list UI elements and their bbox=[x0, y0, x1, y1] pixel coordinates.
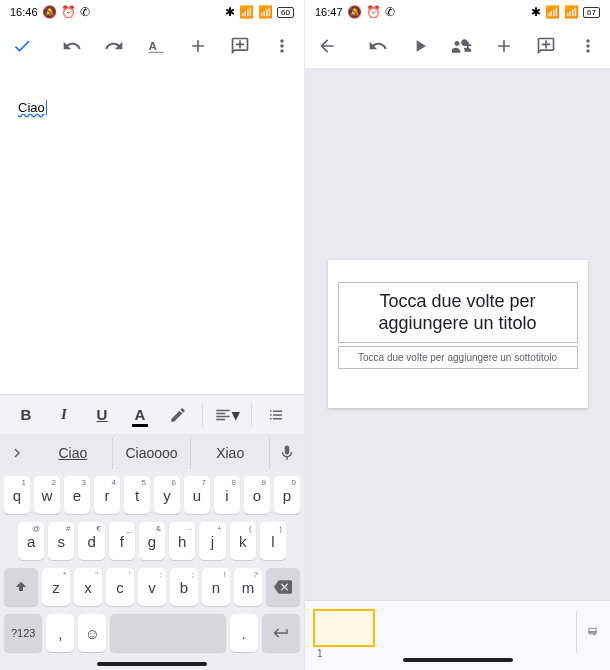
symbols-key[interactable]: ?123 bbox=[4, 614, 42, 652]
key-b[interactable]: b; bbox=[170, 568, 198, 606]
status-bar: 16:47 🔕 ⏰ ✆ ✱ 📶 📶 67 bbox=[305, 0, 610, 24]
document-canvas[interactable]: Ciao bbox=[0, 68, 304, 394]
svg-text:A: A bbox=[149, 39, 158, 52]
divider bbox=[251, 403, 252, 427]
bold-button[interactable]: B bbox=[8, 399, 44, 431]
document-text[interactable]: Ciao bbox=[18, 100, 45, 115]
key-k[interactable]: k( bbox=[230, 522, 256, 560]
redo-button[interactable] bbox=[104, 36, 124, 56]
key-i[interactable]: i8 bbox=[214, 476, 240, 514]
more-button[interactable] bbox=[272, 36, 292, 56]
key-p[interactable]: p0 bbox=[274, 476, 300, 514]
backspace-key[interactable] bbox=[266, 568, 300, 606]
slide-canvas[interactable]: Tocca due volte per aggiungere un titolo… bbox=[305, 68, 610, 600]
suggestion-1[interactable]: Ciao bbox=[34, 437, 113, 469]
whatsapp-icon: ✆ bbox=[80, 5, 90, 19]
undo-button[interactable] bbox=[62, 36, 82, 56]
key-z[interactable]: z* bbox=[42, 568, 70, 606]
key-y[interactable]: y6 bbox=[154, 476, 180, 514]
docs-toolbar: A bbox=[0, 24, 304, 68]
key-v[interactable]: v: bbox=[138, 568, 166, 606]
battery-indicator: 60 bbox=[277, 7, 294, 18]
wifi-icon: 📶 bbox=[564, 5, 579, 19]
subtitle-placeholder[interactable]: Tocca due volte per aggiungere un sottot… bbox=[338, 346, 578, 369]
alarm-icon: ⏰ bbox=[61, 5, 76, 19]
underline-button[interactable]: U bbox=[84, 399, 120, 431]
back-button[interactable] bbox=[317, 36, 337, 56]
status-bar: 16:46 🔕 ⏰ ✆ ✱ 📶 📶 60 bbox=[0, 0, 304, 24]
whatsapp-icon: ✆ bbox=[385, 5, 395, 19]
key-h[interactable]: h- bbox=[169, 522, 195, 560]
dnd-icon: 🔕 bbox=[347, 5, 362, 19]
dnd-icon: 🔕 bbox=[42, 5, 57, 19]
text-cursor bbox=[46, 100, 47, 115]
comma-key[interactable]: , bbox=[46, 614, 74, 652]
key-m[interactable]: m? bbox=[234, 568, 262, 606]
slides-toolbar bbox=[305, 24, 610, 68]
key-j[interactable]: j+ bbox=[199, 522, 225, 560]
italic-button[interactable]: I bbox=[46, 399, 82, 431]
key-q[interactable]: q1 bbox=[4, 476, 30, 514]
period-key[interactable]: . bbox=[230, 614, 258, 652]
space-key[interactable] bbox=[110, 614, 225, 652]
thumbnail-strip: 1 bbox=[305, 600, 610, 670]
key-s[interactable]: s# bbox=[48, 522, 74, 560]
more-button[interactable] bbox=[578, 36, 598, 56]
docs-screen: 16:46 🔕 ⏰ ✆ ✱ 📶 📶 60 A Ciao B I U bbox=[0, 0, 305, 670]
enter-key[interactable] bbox=[262, 614, 300, 652]
key-r[interactable]: r4 bbox=[94, 476, 120, 514]
key-c[interactable]: c' bbox=[106, 568, 134, 606]
align-button[interactable]: ▾ bbox=[209, 399, 245, 431]
add-slide-button[interactable] bbox=[576, 611, 598, 653]
key-l[interactable]: l) bbox=[260, 522, 286, 560]
bluetooth-icon: ✱ bbox=[531, 5, 541, 19]
slide-thumbnail[interactable]: 1 bbox=[313, 609, 375, 647]
key-g[interactable]: g& bbox=[139, 522, 165, 560]
thumbnail-number: 1 bbox=[317, 648, 323, 659]
signal-icon: 📶 bbox=[545, 5, 560, 19]
battery-indicator: 67 bbox=[583, 7, 600, 18]
key-u[interactable]: u7 bbox=[184, 476, 210, 514]
key-a[interactable]: a@ bbox=[18, 522, 44, 560]
home-indicator[interactable] bbox=[97, 662, 207, 666]
key-w[interactable]: w2 bbox=[34, 476, 60, 514]
emoji-key[interactable]: ☺ bbox=[78, 614, 106, 652]
title-placeholder[interactable]: Tocca due volte per aggiungere un titolo bbox=[338, 282, 578, 343]
status-time: 16:47 bbox=[315, 6, 343, 18]
keyboard: q1w2e3r4t5y6u7i8o9p0 a@s#d€f_g&h-j+k(l) … bbox=[0, 472, 304, 670]
bluetooth-icon: ✱ bbox=[225, 5, 235, 19]
wifi-icon: 📶 bbox=[258, 5, 273, 19]
key-d[interactable]: d€ bbox=[78, 522, 104, 560]
suggestion-2[interactable]: Ciaoooo bbox=[113, 437, 192, 469]
format-button[interactable]: A bbox=[146, 36, 166, 56]
alarm-icon: ⏰ bbox=[366, 5, 381, 19]
undo-button[interactable] bbox=[368, 36, 388, 56]
insert-button[interactable] bbox=[494, 36, 514, 56]
list-button[interactable] bbox=[258, 399, 294, 431]
format-toolbar: B I U A ▾ bbox=[0, 394, 304, 434]
text-color-button[interactable]: A bbox=[122, 399, 158, 431]
comment-button[interactable] bbox=[536, 36, 556, 56]
key-o[interactable]: o9 bbox=[244, 476, 270, 514]
expand-suggestions-button[interactable] bbox=[0, 444, 34, 462]
shift-key[interactable] bbox=[4, 568, 38, 606]
key-x[interactable]: x" bbox=[74, 568, 102, 606]
highlight-button[interactable] bbox=[160, 399, 196, 431]
insert-button[interactable] bbox=[188, 36, 208, 56]
voice-input-button[interactable] bbox=[270, 444, 304, 462]
signal-icon: 📶 bbox=[239, 5, 254, 19]
present-button[interactable] bbox=[410, 36, 430, 56]
key-n[interactable]: n! bbox=[202, 568, 230, 606]
done-button[interactable] bbox=[12, 36, 32, 56]
suggestion-3[interactable]: Xiao bbox=[191, 437, 270, 469]
home-indicator[interactable] bbox=[403, 658, 513, 662]
slides-screen: 16:47 🔕 ⏰ ✆ ✱ 📶 📶 67 Tocca due volte per… bbox=[305, 0, 610, 670]
slide[interactable]: Tocca due volte per aggiungere un titolo… bbox=[328, 260, 588, 408]
comment-button[interactable] bbox=[230, 36, 250, 56]
suggestion-bar: Ciao Ciaoooo Xiao bbox=[0, 434, 304, 472]
key-e[interactable]: e3 bbox=[64, 476, 90, 514]
key-t[interactable]: t5 bbox=[124, 476, 150, 514]
key-f[interactable]: f_ bbox=[109, 522, 135, 560]
divider bbox=[202, 403, 203, 427]
share-button[interactable] bbox=[452, 36, 472, 56]
